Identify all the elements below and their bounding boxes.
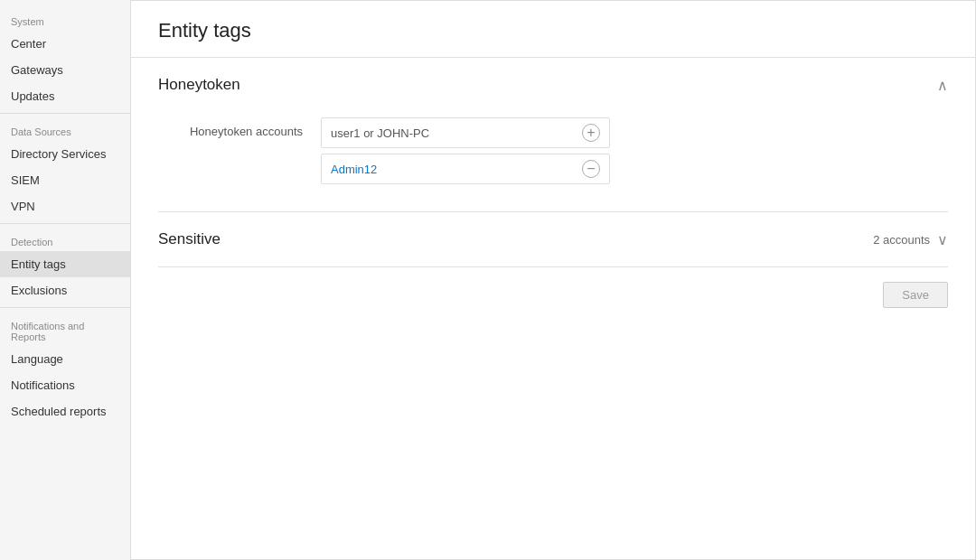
sidebar-item-directory-services[interactable]: Directory Services <box>0 141 130 167</box>
sidebar-item-gateways[interactable]: Gateways <box>0 57 130 83</box>
sensitive-section-title: Sensitive <box>158 230 221 248</box>
sensitive-section-header[interactable]: Sensitive 2 accounts ∨ <box>158 212 948 266</box>
sensitive-section-meta: 2 accounts ∨ <box>873 231 948 248</box>
sensitive-chevron-down-icon: ∨ <box>937 231 948 248</box>
sidebar-item-updates[interactable]: Updates <box>0 83 130 109</box>
save-button[interactable]: Save <box>883 282 948 308</box>
sidebar-item-language[interactable]: Language <box>0 346 130 372</box>
honeytoken-section-title: Honeytoken <box>158 76 240 94</box>
sidebar-item-scheduled-reports[interactable]: Scheduled reports <box>0 398 130 425</box>
account-text-1: user1 or JOHN-PC <box>331 126 429 140</box>
accounts-list: user1 or JOHN-PC + Admin12 − <box>321 117 610 184</box>
sidebar-item-exclusions[interactable]: Exclusions <box>0 277 130 303</box>
honeytoken-section: Honeytoken ∧ Honeytoken accounts user1 o… <box>158 58 948 212</box>
page-title: Entity tags <box>158 19 948 42</box>
divider-3 <box>0 307 130 308</box>
sidebar-item-center[interactable]: Center <box>0 31 130 57</box>
footer-actions: Save <box>158 267 948 308</box>
content-area: Honeytoken ∧ Honeytoken accounts user1 o… <box>131 58 975 335</box>
divider-2 <box>0 223 130 224</box>
page-header: Entity tags <box>131 1 975 58</box>
honeytoken-section-header[interactable]: Honeytoken ∧ <box>158 58 948 108</box>
data-sources-section-label: Data Sources <box>0 117 130 141</box>
remove-account-button[interactable]: − <box>582 160 600 178</box>
honeytoken-chevron-up-icon: ∧ <box>937 77 948 94</box>
account-row-1: user1 or JOHN-PC + <box>321 117 610 148</box>
detection-section-label: Detection <box>0 228 130 251</box>
account-text-2[interactable]: Admin12 <box>331 163 377 176</box>
divider-1 <box>0 113 130 114</box>
main-content: Entity tags Honeytoken ∧ Honeytoken acco… <box>131 0 976 560</box>
sidebar-item-vpn[interactable]: VPN <box>0 193 130 219</box>
sensitive-section: Sensitive 2 accounts ∨ <box>158 212 948 267</box>
sidebar: System Center Gateways Updates Data Sour… <box>0 0 131 560</box>
notifications-section-label: Notifications and Reports <box>0 312 130 346</box>
add-account-button[interactable]: + <box>582 124 600 142</box>
sidebar-item-siem[interactable]: SIEM <box>0 167 130 193</box>
honeytoken-section-body: Honeytoken accounts user1 or JOHN-PC + A… <box>158 108 948 211</box>
honeytoken-accounts-label: Honeytoken accounts <box>158 117 303 138</box>
sidebar-item-entity-tags[interactable]: Entity tags <box>0 251 130 277</box>
account-row-2: Admin12 − <box>321 154 610 184</box>
sidebar-item-notifications[interactable]: Notifications <box>0 372 130 398</box>
system-section-label: System <box>0 7 130 31</box>
sensitive-accounts-count: 2 accounts <box>873 233 930 247</box>
honeytoken-form-row: Honeytoken accounts user1 or JOHN-PC + A… <box>158 117 948 184</box>
honeytoken-section-meta: ∧ <box>937 77 948 94</box>
